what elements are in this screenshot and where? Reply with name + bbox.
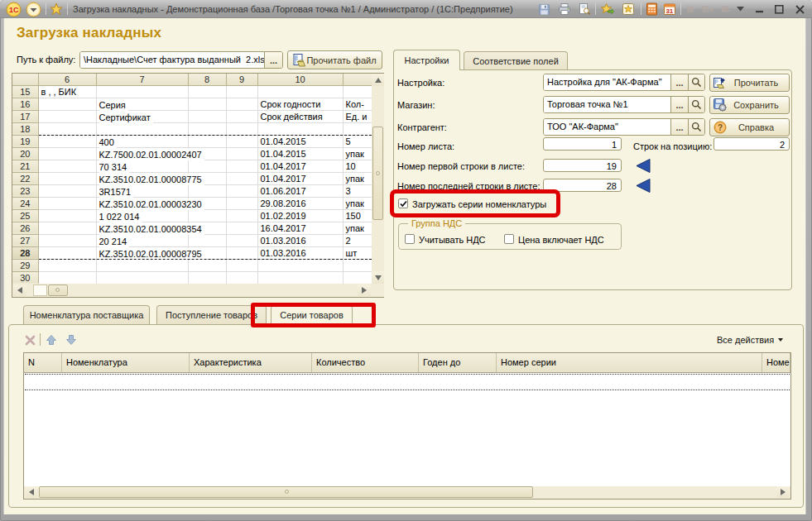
contractor-browse-button[interactable]: ... <box>670 119 688 135</box>
tab-field-mapping[interactable]: Соответствие полей <box>464 51 568 70</box>
spreadsheet-cell[interactable] <box>188 259 226 271</box>
contractor-open-button[interactable] <box>688 119 704 135</box>
spreadsheet-cell[interactable]: 70 314 <box>96 160 188 172</box>
spreadsheet-cell[interactable] <box>226 147 257 160</box>
series-table-column-header[interactable]: Характеристика <box>190 353 312 372</box>
spreadsheet-column-header[interactable]: 7 <box>96 74 188 85</box>
spreadsheet-cell[interactable] <box>226 271 257 284</box>
spreadsheet-cell[interactable] <box>188 184 226 197</box>
spreadsheet-column-header[interactable]: 9 <box>226 74 257 85</box>
first-row-input[interactable]: 19 <box>543 159 622 172</box>
contractor-value[interactable]: ТОО "АК-Фарма" <box>544 119 670 135</box>
save-icon[interactable] <box>537 2 550 16</box>
spreadsheet-cell[interactable]: 3R1571 <box>96 184 188 197</box>
spreadsheet-cell[interactable] <box>226 246 257 259</box>
spreadsheet-cell[interactable] <box>343 122 372 135</box>
spreadsheet-cell[interactable]: KZ.7500.02.01.00002407 <box>96 147 188 160</box>
series-table-column-header[interactable]: Количество <box>312 353 419 372</box>
pick-last-row-button[interactable] <box>634 178 654 195</box>
spreadsheet-row-number[interactable]: 27 <box>12 234 38 246</box>
spreadsheet-cell[interactable] <box>257 85 343 98</box>
spreadsheet-row-number[interactable]: 23 <box>12 184 38 197</box>
price-includes-vat-label[interactable]: Цена включает НДС <box>518 235 604 245</box>
scroll-left-button[interactable] <box>13 284 26 296</box>
spreadsheet-cell[interactable] <box>188 135 226 147</box>
spreadsheet-cell[interactable] <box>226 110 257 122</box>
minimize-button[interactable] <box>752 2 768 17</box>
rows-per-position-input[interactable]: 2 <box>714 137 790 151</box>
delete-row-icon[interactable] <box>24 334 36 346</box>
series-table-column-header[interactable]: N <box>24 353 62 372</box>
tab-supplier-nomenclature[interactable]: Номенклатура поставщика <box>23 305 150 324</box>
favorites-list-icon[interactable] <box>622 2 635 16</box>
series-table-column-header[interactable]: Годен до <box>419 353 497 372</box>
spreadsheet-cell[interactable]: 3 <box>343 184 372 197</box>
memory-m-minus-button[interactable]: M- <box>718 2 734 16</box>
close-button[interactable] <box>791 2 808 17</box>
spreadsheet-cell[interactable] <box>96 122 188 135</box>
spreadsheet-cell[interactable] <box>38 122 96 135</box>
price-includes-vat-checkbox[interactable] <box>504 234 514 244</box>
1c-logo-icon[interactable]: 1С <box>6 2 22 17</box>
store-value[interactable]: Торговая точка №1 <box>544 97 670 112</box>
store-open-button[interactable] <box>688 97 704 112</box>
read-file-button[interactable]: Прочитать файл <box>287 50 382 69</box>
spreadsheet-cell[interactable]: Серия <box>96 98 188 110</box>
spreadsheet-cell[interactable] <box>226 209 257 222</box>
spreadsheet-cell[interactable] <box>38 184 96 197</box>
spreadsheet-cell[interactable]: Срок действия <box>257 110 343 122</box>
series-table-column-header[interactable]: Номе <box>762 353 790 372</box>
add-favorite-icon[interactable] <box>601 2 614 16</box>
spreadsheet-cell[interactable]: 10 <box>343 160 372 172</box>
spreadsheet-cell[interactable] <box>343 85 372 98</box>
spreadsheet-cell[interactable] <box>226 135 257 147</box>
calendar-icon[interactable]: 31 <box>663 2 676 16</box>
print-icon[interactable] <box>558 2 571 16</box>
spreadsheet-cell[interactable] <box>38 135 96 147</box>
consider-vat-label[interactable]: Учитывать НДС <box>419 235 486 245</box>
sheet-horizontal-scrollbar[interactable] <box>12 284 384 297</box>
spreadsheet-cell[interactable]: 01.03.2016 <box>257 234 343 246</box>
scroll-down-button[interactable] <box>372 271 384 284</box>
spreadsheet-cell[interactable] <box>38 234 96 246</box>
spreadsheet-cell[interactable] <box>188 209 226 222</box>
series-table-column-header[interactable]: Номер серии <box>497 353 762 372</box>
spreadsheet-row-number[interactable]: 26 <box>12 222 38 234</box>
spreadsheet-cell[interactable]: 400 <box>96 135 188 147</box>
spreadsheet-cell[interactable] <box>38 209 96 222</box>
spreadsheet-row-number[interactable]: 20 <box>12 147 38 160</box>
spreadsheet-cell[interactable] <box>188 271 226 284</box>
spreadsheet-cell[interactable]: KZ.3510.02.01.00003230 <box>96 197 188 209</box>
spreadsheet-cell[interactable]: 01.04.2017 <box>257 172 343 184</box>
tab-settings[interactable]: Настройки <box>393 50 460 70</box>
spreadsheet-column-header[interactable]: 8 <box>188 74 226 85</box>
setting-value[interactable]: Настройка для "АК-Фарма" <box>544 74 670 90</box>
spreadsheet-cell[interactable] <box>226 234 257 246</box>
move-up-icon[interactable] <box>46 334 57 346</box>
spreadsheet-row-number[interactable]: 30 <box>12 271 38 284</box>
spreadsheet-cell[interactable] <box>38 98 96 110</box>
spreadsheet-cell[interactable]: 01.04.2017 <box>257 160 343 172</box>
spreadsheet-cell[interactable] <box>226 98 257 110</box>
spreadsheet-cell[interactable] <box>226 197 257 209</box>
spreadsheet-cell[interactable] <box>226 259 257 271</box>
spreadsheet-cell[interactable]: 01.02.2019 <box>257 209 343 222</box>
scroll-right-button[interactable] <box>776 486 790 498</box>
spreadsheet-cell[interactable]: Кол- <box>343 98 372 110</box>
spreadsheet-cell[interactable] <box>188 110 226 122</box>
toolbar-overflow-icon[interactable] <box>735 2 745 16</box>
spreadsheet-cell[interactable] <box>226 222 257 234</box>
consider-vat-checkbox[interactable] <box>405 234 415 244</box>
horizontal-scroll-thumb[interactable] <box>39 486 533 498</box>
spreadsheet-row-number[interactable]: 24 <box>12 197 38 209</box>
store-browse-button[interactable]: ... <box>670 97 688 112</box>
horizontal-scroll-thumb[interactable] <box>48 284 68 296</box>
spreadsheet-cell[interactable]: 20 214 <box>96 234 188 246</box>
spreadsheet-column-header[interactable] <box>12 74 38 85</box>
spreadsheet-cell[interactable] <box>38 271 96 284</box>
spreadsheet-cell[interactable]: 16.04.2017 <box>257 222 343 234</box>
spreadsheet-cell[interactable] <box>38 160 96 172</box>
spreadsheet-cell[interactable]: 29.08.2016 <box>257 197 343 209</box>
spreadsheet-cell[interactable]: 150 <box>343 209 372 222</box>
spreadsheet-cell[interactable]: 2 <box>343 234 372 246</box>
